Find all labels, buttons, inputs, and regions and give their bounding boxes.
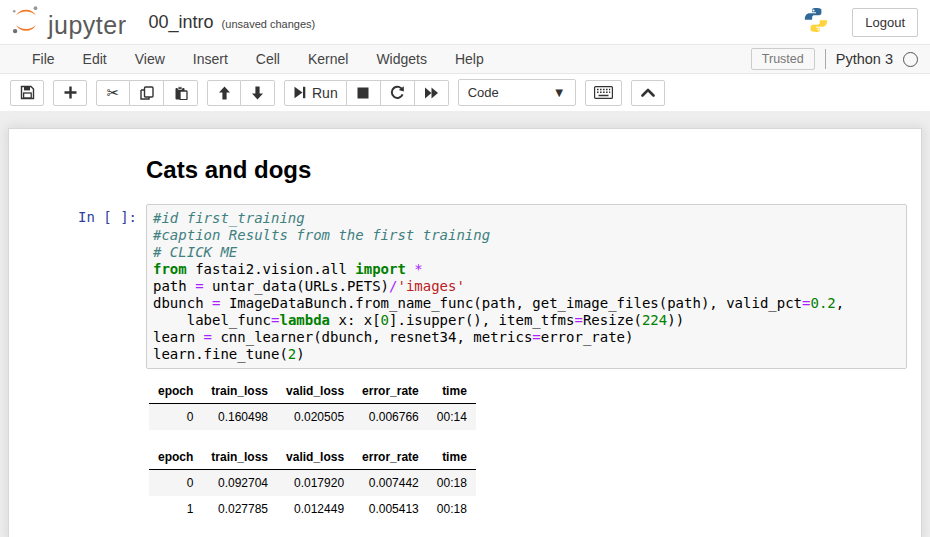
cut-cell-button[interactable]: ✂ (96, 80, 130, 106)
logout-button[interactable]: Logout (852, 8, 918, 37)
code-line: #id first_training (153, 210, 900, 227)
code-content: #id first_training#caption Results from … (153, 210, 900, 363)
arrow-down-icon (251, 86, 264, 100)
save-button[interactable] (10, 80, 44, 106)
cell-type-selected: Code (468, 85, 499, 100)
code-line: dbunch = ImageDataBunch.from_name_func(p… (153, 295, 900, 312)
column-header-error_rate: error_rate (353, 379, 428, 404)
restart-icon (390, 85, 405, 100)
menu-item-view[interactable]: View (121, 45, 179, 73)
code-cell-prompt: In [ ]: (9, 204, 146, 369)
table-cell: 00:18 (428, 496, 476, 522)
command-palette-button[interactable] (585, 80, 622, 106)
kernel-idle-indicator-icon (903, 52, 918, 67)
trusted-badge[interactable]: Trusted (751, 48, 815, 70)
table-row: 00.0927040.0179200.00744200:18 (149, 469, 476, 496)
copy-cell-button[interactable] (130, 80, 164, 106)
notebook-page: Cats and dogs In [ ]: #id first_training… (0, 111, 930, 537)
checkpoint-status: (unsaved changes) (222, 14, 316, 30)
table-cell: 0.017920 (277, 469, 353, 496)
code-line: label_func=lambda x: x[0].isupper(), ite… (153, 312, 900, 329)
code-line: from fastai2.vision.all import * (153, 261, 900, 278)
table-cell: 0 (149, 403, 202, 430)
code-line: # CLICK ME (153, 244, 900, 261)
restart-kernel-button[interactable] (381, 80, 415, 106)
table-cell: 0.006766 (353, 403, 428, 430)
restart-run-all-button[interactable] (415, 80, 449, 106)
move-cell-down-button[interactable] (241, 80, 275, 106)
menu-item-file[interactable]: File (18, 45, 69, 73)
save-icon (20, 85, 35, 100)
table-cell: 00:18 (428, 469, 476, 496)
cell-type-select[interactable]: Code ▼ (458, 79, 576, 106)
code-cell[interactable]: In [ ]: #id first_training#caption Resul… (9, 204, 921, 369)
caret-down-icon: ▼ (553, 85, 566, 100)
column-header-valid_loss: valid_loss (277, 445, 353, 470)
menu-item-cell[interactable]: Cell (242, 45, 294, 73)
insert-cell-below-button[interactable] (53, 80, 87, 106)
notebook-container: Cats and dogs In [ ]: #id first_training… (8, 128, 922, 537)
table-cell: 0.092704 (202, 469, 277, 496)
menu-list: FileEditViewInsertCellKernelWidgetsHelp (18, 45, 498, 73)
menu-item-widgets[interactable]: Widgets (362, 45, 441, 73)
code-editor[interactable]: #id first_training#caption Results from … (146, 204, 907, 369)
column-header-error_rate: error_rate (353, 445, 428, 470)
interrupt-kernel-button[interactable] (347, 80, 381, 106)
code-line: learn = cnn_learner(dbunch, resnet34, me… (153, 329, 900, 346)
menu-divider (825, 49, 826, 69)
training-results-table-2: epochtrain_lossvalid_losserror_ratetime0… (149, 445, 476, 522)
chevron-up-icon (641, 88, 655, 97)
output-area: epochtrain_lossvalid_losserror_ratetime0… (149, 379, 921, 522)
table-row: 00.1604980.0205050.00676600:14 (149, 403, 476, 430)
column-header-train_loss: train_loss (202, 379, 277, 404)
run-cell-button[interactable]: Run (284, 80, 347, 106)
scissors-icon: ✂ (107, 85, 120, 100)
python-logo-icon (802, 6, 830, 38)
plus-icon (64, 86, 77, 99)
paste-cell-button[interactable] (164, 80, 198, 106)
chevron-up-button[interactable] (631, 80, 665, 106)
markdown-cell[interactable]: Cats and dogs (9, 156, 921, 185)
markdown-heading: Cats and dogs (146, 156, 311, 185)
table-row: 10.0277850.0124490.00541300:18 (149, 496, 476, 522)
table-cell: 0.012449 (277, 496, 353, 522)
menu-item-insert[interactable]: Insert (179, 45, 242, 73)
table-cell: 00:14 (428, 403, 476, 430)
fast-forward-icon (424, 87, 439, 99)
column-header-valid_loss: valid_loss (277, 379, 353, 404)
toolbar: ✂ (0, 74, 930, 111)
table-cell: 0.005413 (353, 496, 428, 522)
training-results-table-1: epochtrain_lossvalid_losserror_ratetime0… (149, 379, 476, 430)
column-header-train_loss: train_loss (202, 445, 277, 470)
stop-icon (357, 87, 369, 99)
jupyter-logo-word: jupyter (48, 13, 127, 40)
column-header-time: time (428, 445, 476, 470)
menu-item-edit[interactable]: Edit (69, 45, 121, 73)
table-cell: 0 (149, 469, 202, 496)
notebook-title[interactable]: 00_intro (149, 12, 214, 33)
paste-icon (174, 86, 188, 100)
code-line: #caption Results from the first training (153, 227, 900, 244)
header: jupyter 00_intro (unsaved changes) Logou… (0, 0, 930, 44)
copy-icon (140, 86, 154, 100)
move-cell-up-button[interactable] (207, 80, 241, 106)
table-cell: 1 (149, 496, 202, 522)
menu-bar: FileEditViewInsertCellKernelWidgetsHelp … (0, 44, 930, 74)
jupyter-logo[interactable]: jupyter (10, 4, 127, 40)
column-header-time: time (428, 379, 476, 404)
column-header-epoch: epoch (149, 379, 202, 404)
table-cell: 0.020505 (277, 403, 353, 430)
kernel-name: Python 3 (836, 51, 893, 67)
code-line: learn.fine_tune(2) (153, 346, 900, 363)
markdown-cell-prompt (9, 156, 146, 185)
menu-item-kernel[interactable]: Kernel (294, 45, 362, 73)
table-cell: 0.160498 (202, 403, 277, 430)
jupyter-logo-icon (10, 4, 42, 40)
menu-item-help[interactable]: Help (441, 45, 498, 73)
run-button-label: Run (312, 85, 338, 101)
table-cell: 0.027785 (202, 496, 277, 522)
table-cell: 0.007442 (353, 469, 428, 496)
step-forward-icon (293, 86, 306, 99)
column-header-epoch: epoch (149, 445, 202, 470)
keyboard-icon (594, 86, 613, 99)
